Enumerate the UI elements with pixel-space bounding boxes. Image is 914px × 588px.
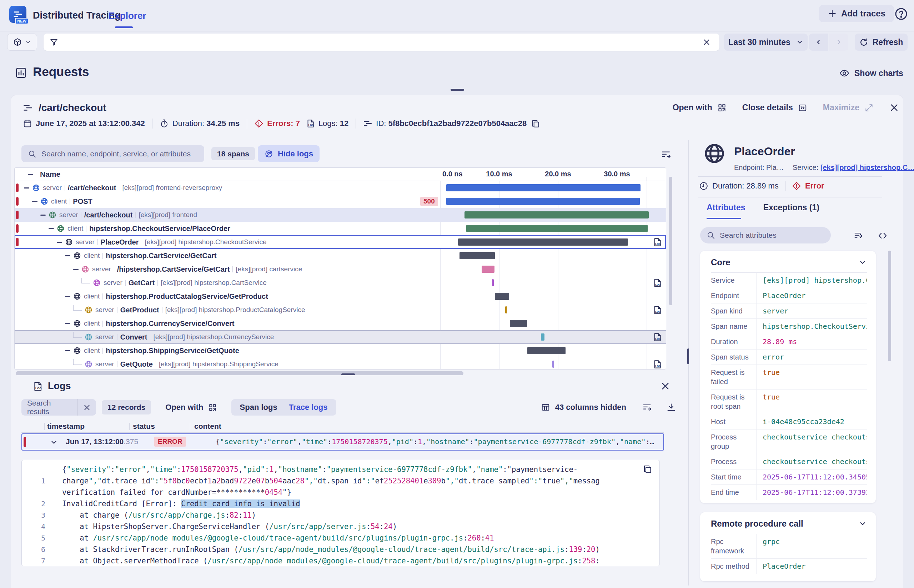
span-row[interactable]: clienthipstershop.ProductCatalogService/… xyxy=(15,289,666,303)
logs-search-input[interactable]: Search results xyxy=(21,399,78,415)
maximize-button[interactable]: Maximize xyxy=(823,103,874,113)
collapse-icon[interactable] xyxy=(48,228,54,229)
copy-icon[interactable] xyxy=(643,464,652,474)
waterfall-bar[interactable] xyxy=(505,306,507,313)
collapse-icon[interactable] xyxy=(57,242,62,243)
vertical-scrollbar[interactable] xyxy=(669,177,672,305)
hide-logs-button[interactable]: Hide logs xyxy=(258,145,320,162)
separator xyxy=(142,239,142,245)
span-log-icon[interactable]: LOG xyxy=(652,333,662,342)
span-row[interactable]: clienthipstershop.CurrencyService/Conver… xyxy=(15,317,666,330)
attributes-search-input[interactable]: Search attributes xyxy=(700,227,831,244)
span-row[interactable]: server/hipstershop.CartService/GetCart[e… xyxy=(15,262,666,276)
span-log-icon[interactable]: LOG xyxy=(652,360,662,369)
collapse-icon[interactable] xyxy=(32,201,37,202)
waterfall-bar[interactable] xyxy=(465,212,649,218)
collapse-icon[interactable] xyxy=(65,323,70,324)
add-traces-button[interactable]: Add traces xyxy=(819,5,894,22)
attribute-label: Host xyxy=(711,414,757,429)
filter-clear-button[interactable] xyxy=(699,35,714,49)
logs-search-clear-button[interactable] xyxy=(78,399,96,415)
download-icon[interactable] xyxy=(666,402,676,412)
log-code-line: 2InvalidCreditCard [Error]: Credit card … xyxy=(22,498,659,509)
close-details-button[interactable]: Close details xyxy=(742,103,807,113)
logs-resize-handle[interactable] xyxy=(341,373,355,375)
sidebar-scrollbar[interactable] xyxy=(888,250,891,361)
svg-text:LOG: LOG xyxy=(655,242,661,246)
span-row[interactable]: clienthipstershop.CartService/GetCart xyxy=(15,249,666,262)
span-kind: server xyxy=(76,238,95,246)
span-row[interactable]: serverPlaceOrder[eks][prod] hipstershop.… xyxy=(15,235,666,249)
show-charts-button[interactable]: Show charts xyxy=(839,68,903,79)
close-icon[interactable] xyxy=(889,103,899,113)
waterfall-bar[interactable] xyxy=(446,198,640,205)
waterfall-bar[interactable] xyxy=(492,279,494,286)
wrap-lines-icon[interactable] xyxy=(642,402,652,412)
span-log-icon[interactable]: LOG xyxy=(652,305,662,315)
scope-selector[interactable] xyxy=(7,34,37,51)
collapse-icon[interactable] xyxy=(24,187,29,189)
collapse-icon[interactable] xyxy=(65,296,70,297)
separator xyxy=(102,253,103,259)
chevron-down-icon[interactable] xyxy=(50,438,58,446)
time-back-button[interactable] xyxy=(809,34,828,51)
refresh-button[interactable]: Refresh xyxy=(855,34,908,51)
span-row[interactable]: serverGetProduct[eks][prod] hipstershop.… xyxy=(15,303,666,317)
span-search-input[interactable]: Search name, endpoint, service, or attri… xyxy=(21,145,204,162)
chevron-down-icon[interactable] xyxy=(859,520,867,528)
search-icon xyxy=(28,150,36,158)
waterfall-bar[interactable] xyxy=(458,239,628,246)
separator xyxy=(157,280,158,286)
time-forward-button[interactable] xyxy=(829,34,848,51)
collapse-all-icon[interactable] xyxy=(28,174,33,175)
waterfall-bar[interactable] xyxy=(482,266,494,273)
columns-hidden-button[interactable]: 43 columns hidden xyxy=(541,403,626,412)
close-icon[interactable] xyxy=(660,381,670,391)
span-row[interactable]: clienthipstershop.CheckoutService/PlaceO… xyxy=(15,222,666,235)
collapse-icon[interactable] xyxy=(65,350,70,351)
filter-attributes-icon[interactable] xyxy=(853,231,863,241)
waterfall-bar[interactable] xyxy=(527,347,565,354)
span-row[interactable]: server/cart/checkout[eks][prod] frontend… xyxy=(15,181,666,195)
attribute-value-cell: 2025-06-17T11:12:00.373937… xyxy=(757,485,867,500)
filter-query-input[interactable] xyxy=(44,34,719,51)
open-with-button[interactable]: Open with xyxy=(673,103,727,113)
attribute-label: Endpoint xyxy=(711,288,757,303)
waterfall-bar[interactable] xyxy=(510,320,527,327)
span-row[interactable]: clienthipstershop.ShippingService/GetQuo… xyxy=(15,344,666,357)
sidebar-resize-handle[interactable] xyxy=(687,349,689,364)
panel-resize-handle[interactable] xyxy=(451,89,464,90)
chevron-down-icon[interactable] xyxy=(859,258,867,267)
span-row[interactable]: serverGetCart[eks][prod] hipstershop.Car… xyxy=(15,276,666,289)
collapse-icon[interactable] xyxy=(40,215,46,216)
span-row[interactable]: server/cart/checkout[eks][prod] frontend xyxy=(15,208,666,222)
waterfall-bar[interactable] xyxy=(466,225,648,232)
collapse-icon[interactable] xyxy=(73,269,79,270)
time-range-selector[interactable]: Last 30 minutes xyxy=(724,34,807,51)
tab-explorer[interactable]: Explorer xyxy=(108,10,146,21)
logs-open-with-button[interactable]: Open with xyxy=(165,403,217,412)
code-view-icon[interactable] xyxy=(878,231,888,241)
span-row[interactable]: serverGetQuote[eks][prod] hipstershop.Sh… xyxy=(15,357,666,370)
tab-attributes[interactable]: Attributes xyxy=(707,203,746,212)
span-row[interactable]: clientPOST500 xyxy=(15,195,666,208)
waterfall-bar[interactable] xyxy=(541,333,544,341)
copy-icon[interactable] xyxy=(531,119,540,128)
waterfall-bar[interactable] xyxy=(552,360,554,368)
span-log-icon[interactable]: LOG xyxy=(652,237,662,247)
horizontal-scrollbar[interactable] xyxy=(16,371,463,375)
error-indicator xyxy=(16,224,19,233)
tab-span-logs[interactable]: Span logs xyxy=(234,403,283,412)
view-settings-icon[interactable] xyxy=(660,149,671,160)
tab-trace-logs[interactable]: Trace logs xyxy=(283,403,333,412)
span-row[interactable]: serverConvert[eks][prod] hipstershop.Cur… xyxy=(15,330,666,344)
help-icon[interactable] xyxy=(894,7,908,21)
waterfall-bar[interactable] xyxy=(495,293,509,300)
collapse-icon[interactable] xyxy=(65,255,70,256)
waterfall-bar[interactable] xyxy=(446,184,641,191)
service-link[interactable]: [eks][prod] hipstershop.C… xyxy=(820,163,914,172)
tab-exceptions[interactable]: Exceptions (1) xyxy=(763,203,819,212)
log-row-selected[interactable]: Jun 17, 13:12:00.375 ERROR {"severity":"… xyxy=(21,433,664,451)
span-log-icon[interactable]: LOG xyxy=(652,278,662,288)
waterfall-bar[interactable] xyxy=(460,252,495,259)
